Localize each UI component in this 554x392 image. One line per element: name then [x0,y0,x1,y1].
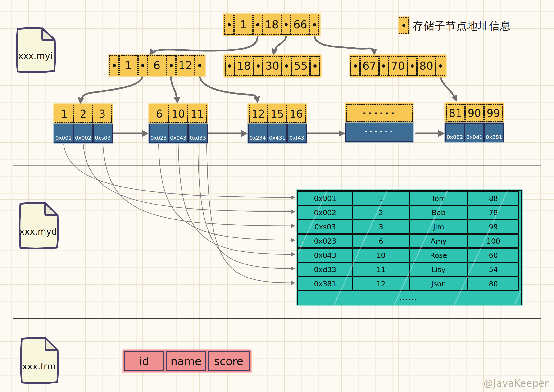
btree-internal-node-right: 67 70 80 [350,55,446,77]
pointer-0x381-to-row [207,143,294,283]
address-cell: 0x082 [445,123,465,142]
row-address: 0x043 [298,248,353,262]
row-name: Json [409,277,468,291]
table-ellipsis-row: ...... [298,291,519,305]
leaf-key-row: 1 2 3 [54,104,112,124]
key-cell: 18 [262,15,281,35]
file-icon-myi: xxx.myi [14,27,56,73]
paper-sheet-icon [14,27,56,73]
child-pointer-dot-icon [411,64,414,68]
edge-internal-to-leaf1 [81,76,143,102]
file-label: xxx.myd [17,227,59,237]
key-cell: 81 [446,104,465,122]
row-address: 0xs03 [298,220,353,234]
child-pointer-dot-icon [313,23,316,26]
key-cell: 11 [188,105,207,123]
leaf-key-row: 6 10 11 [149,104,208,124]
row-id: 11 [353,262,409,277]
row-address: 0x002 [298,205,353,220]
address-cell: 0x002 [73,124,93,143]
key-cell: 67 [360,56,379,76]
child-pointer-cell [282,56,291,76]
leaf-address-row: ...... [345,123,414,142]
key-cell: 99 [484,104,503,122]
schema-column-score: score [208,351,250,371]
row-id: 2 [353,205,409,220]
key-cell: 12 [249,105,268,123]
child-pointer-dot-icon [113,64,116,67]
leaf-node-1: 1 2 3 0x001 0x002 0xs03 [54,104,112,143]
child-pointer-cell [253,15,262,35]
key-cell: 3 [93,105,112,123]
myisam-index-diagram: xxx.myi xxx.myd xxx.frm 存储子节点地址信息 1 18 6… [0,0,554,392]
leaf-address-row: 0x082 0x0d1 0x381 [445,123,504,142]
row-score: 99 [468,220,519,234]
leaf-address-row: 0x023 0x043 0xd33 [149,124,208,143]
btree-internal-node-mid: 18 30 55 [224,55,321,77]
ellipsis-cell: ...... [346,104,413,122]
child-pointer-dot-icon [284,23,288,26]
row-name: Lisy [409,262,468,277]
child-pointer-dot-icon [141,64,144,67]
address-cell: 0x234 [248,124,268,143]
key-cell: 66 [291,15,310,35]
child-pointer-cell [379,56,388,76]
row-name: Amy [409,234,468,248]
address-cell: 0x043 [168,124,188,143]
watermark: @JavaKeeper [484,378,549,389]
leaf-key-row: 12 15 16 [248,104,307,124]
address-cell: 0x023 [149,124,168,143]
address-cell: 0x431 [268,124,287,143]
row-score: 79 [468,205,519,220]
child-pointer-dot-icon [256,23,259,26]
child-pointer-cell [225,56,234,76]
key-cell: 6 [147,56,166,75]
child-pointer-dot-icon [354,64,357,68]
key-cell: 70 [388,56,407,76]
child-pointer-dot-icon [285,64,288,68]
file-icon-frm: xxx.frm [19,337,59,384]
key-cell: 16 [287,105,306,123]
row-address: 0x023 [298,234,353,248]
schema-column-name: name [166,351,206,371]
file-icon-myd: xxx.myd [17,202,59,249]
child-pointer-cell [110,56,119,75]
edge-root-to-internal-left [151,36,257,54]
child-pointer-cell [195,56,204,75]
row-address: 0xd33 [298,262,353,277]
edge-internal-to-leaf5 [441,76,456,100]
row-id: 10 [353,248,409,262]
edge-internal-to-leaf2 [171,76,177,101]
row-id: 12 [353,277,409,291]
key-cell: 1 [234,15,253,35]
edge-root-to-internal-right [314,36,374,53]
row-score: 80 [468,277,519,291]
child-pointer-cell [253,56,263,76]
child-pointer-cell [166,56,176,75]
address-cell: 0x381 [484,123,504,142]
leaf-node-3: 12 15 16 0x234 0x431 0xf43 [248,104,307,143]
child-pointer-dot-icon [228,64,231,68]
leaf-key-row: ...... [345,103,414,123]
row-id: 3 [353,220,409,234]
edge-root-to-internal-mid [274,36,286,53]
pointer-0xd33-to-row [198,144,294,268]
key-cell: 90 [465,104,484,122]
key-cell: 6 [150,105,169,123]
address-cell: 0x0d1 [465,123,484,142]
file-label: xxx.myi [14,51,56,61]
address-cell: 0xd33 [188,124,208,143]
key-cell: 15 [268,105,287,123]
child-pointer-cell [407,56,417,76]
key-cell: 30 [263,56,282,76]
child-pointer-cell [436,56,445,76]
child-pointer-cell [310,15,319,35]
key-cell: 55 [291,56,310,76]
key-cell: 2 [74,105,93,123]
row-score: 54 [468,262,519,277]
child-pointer-cell [350,56,360,76]
edge-internal-to-leaf3 [200,76,257,101]
key-cell: 12 [176,56,195,75]
row-score: 100 [468,234,519,248]
row-score: 60 [468,248,519,262]
